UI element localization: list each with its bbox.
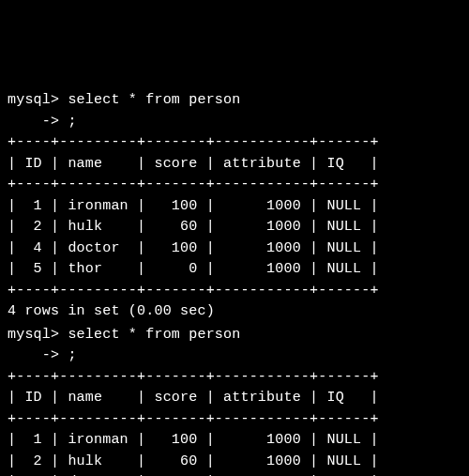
table-row: | 2 | hulk | 60 | 1000 | NULL | [8, 452, 461, 473]
result-summary: 4 rows in set (0.00 sec) [8, 301, 461, 323]
table-header: | ID | name | score | attribute | IQ | [8, 154, 461, 176]
query-block: mysql> select * from person -> ;+----+--… [8, 325, 461, 477]
table-row: | 1 | ironman | 100 | 1000 | NULL | [8, 430, 461, 452]
table-border: +----+---------+-------+-----------+----… [8, 281, 461, 302]
table-row: | 4 | doctor | 100 | 1000 | NULL | [8, 238, 461, 260]
table-row: | 4 | doctor | 100 | 1000 | NULL | [8, 472, 461, 476]
query-block: mysql> select * from person -> ;+----+--… [8, 90, 461, 323]
mysql-prompt-line: mysql> select * from person [8, 90, 461, 112]
table-row: | 2 | hulk | 60 | 1000 | NULL | [8, 217, 461, 238]
table-border: +----+---------+-------+-----------+----… [8, 367, 461, 389]
table-border: +----+---------+-------+-----------+----… [8, 175, 461, 196]
table-border: +----+---------+-------+-----------+----… [8, 409, 461, 431]
mysql-terminal[interactable]: mysql> select * from person -> ;+----+--… [8, 90, 461, 476]
table-row: | 5 | thor | 0 | 1000 | NULL | [8, 259, 461, 281]
mysql-prompt-line: mysql> select * from person [8, 325, 461, 346]
table-border: +----+---------+-------+-----------+----… [8, 132, 461, 154]
mysql-continuation-line: -> ; [8, 345, 461, 367]
mysql-continuation-line: -> ; [8, 112, 461, 133]
table-header: | ID | name | score | attribute | IQ | [8, 388, 461, 409]
table-row: | 1 | ironman | 100 | 1000 | NULL | [8, 196, 461, 218]
